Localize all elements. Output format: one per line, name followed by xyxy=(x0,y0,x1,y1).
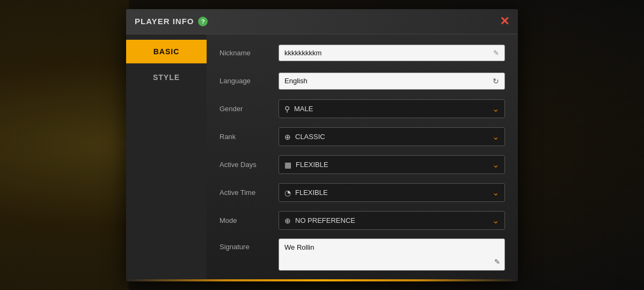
rank-dropdown[interactable]: ⊕ CLASSIC ⌄ xyxy=(279,127,505,146)
help-icon[interactable]: ? xyxy=(198,17,208,26)
nickname-edit-icon[interactable]: ✎ xyxy=(493,49,499,57)
clock-icon: ◔ xyxy=(284,189,291,197)
signature-value: We Rollin xyxy=(284,243,314,251)
mode-control: ⊕ NO PREFERENCE ⌄ xyxy=(279,211,505,230)
gender-row: Gender ⚲ MALE ⌄ xyxy=(219,99,505,119)
active-days-chevron-icon: ⌄ xyxy=(492,160,499,170)
gender-value: MALE xyxy=(294,105,313,113)
gender-label: Gender xyxy=(219,105,279,113)
language-row: Language English ↻ xyxy=(219,71,505,91)
mode-left: ⊕ NO PREFERENCE xyxy=(284,216,355,225)
nickname-label: Nickname xyxy=(219,49,279,57)
language-dropdown[interactable]: English ↻ xyxy=(279,73,505,90)
active-days-dropdown[interactable]: ▦ FLEXIBLE ⌄ xyxy=(279,155,505,174)
content-area: Nickname kkkkkkkkkm ✎ Language English ↻ xyxy=(207,34,518,281)
sidebar-item-basic[interactable]: BASIC xyxy=(126,40,207,63)
signature-row: Signature We Rollin ✎ xyxy=(219,238,505,271)
gender-chevron-icon: ⌄ xyxy=(492,104,499,114)
bg-accent xyxy=(0,0,129,290)
active-time-chevron-icon: ⌄ xyxy=(492,187,499,198)
mode-icon: ⊕ xyxy=(284,216,291,225)
active-days-left: ▦ FLEXIBLE xyxy=(284,161,328,169)
signature-control: We Rollin ✎ xyxy=(279,238,505,271)
language-control: English ↻ xyxy=(279,73,505,90)
gender-control: ⚲ MALE ⌄ xyxy=(279,99,505,118)
rank-label: Rank xyxy=(219,133,279,141)
signature-label: Signature xyxy=(219,238,279,251)
language-refresh-icon[interactable]: ↻ xyxy=(493,77,499,85)
nickname-input[interactable]: kkkkkkkkkm ✎ xyxy=(279,45,505,61)
active-time-dropdown[interactable]: ◔ FLEXIBLE ⌄ xyxy=(279,183,505,202)
active-days-row: Active Days ▦ FLEXIBLE ⌄ xyxy=(219,155,505,175)
mode-dropdown[interactable]: ⊕ NO PREFERENCE ⌄ xyxy=(279,211,505,230)
active-time-label: Active Time xyxy=(219,189,279,197)
language-value: English xyxy=(284,77,308,85)
active-time-left: ◔ FLEXIBLE xyxy=(284,189,328,197)
rank-chevron-icon: ⌄ xyxy=(492,132,499,142)
rank-row: Rank ⊕ CLASSIC ⌄ xyxy=(219,127,505,147)
mode-value: NO PREFERENCE xyxy=(295,216,355,224)
language-label: Language xyxy=(219,77,279,85)
gender-icon: ⚲ xyxy=(284,105,290,113)
nickname-control: kkkkkkkkkm ✎ xyxy=(279,45,505,61)
title-group: PLAYER INFO ? xyxy=(135,17,208,26)
signature-input[interactable]: We Rollin ✎ xyxy=(279,238,505,271)
sidebar: BASIC STYLE xyxy=(126,34,207,281)
rank-left: ⊕ CLASSIC xyxy=(284,133,325,141)
player-info-modal: PLAYER INFO ? ✕ BASIC STYLE Nickname kkk… xyxy=(126,9,518,281)
active-time-row: Active Time ◔ FLEXIBLE ⌄ xyxy=(219,183,505,203)
close-button[interactable]: ✕ xyxy=(500,16,509,27)
active-days-label: Active Days xyxy=(219,161,279,169)
active-days-value: FLEXIBLE xyxy=(296,161,328,169)
active-days-control: ▦ FLEXIBLE ⌄ xyxy=(279,155,505,174)
rank-control: ⊕ CLASSIC ⌄ xyxy=(279,127,505,146)
nickname-value: kkkkkkkkkm xyxy=(284,49,321,57)
gender-left: ⚲ MALE xyxy=(284,105,313,113)
signature-edit-icon[interactable]: ✎ xyxy=(494,258,500,266)
nickname-row: Nickname kkkkkkkkkm ✎ xyxy=(219,43,505,63)
rank-icon: ⊕ xyxy=(284,133,291,141)
mode-chevron-icon: ⌄ xyxy=(492,215,499,226)
active-time-value: FLEXIBLE xyxy=(295,189,328,197)
active-time-control: ◔ FLEXIBLE ⌄ xyxy=(279,183,505,202)
gender-dropdown[interactable]: ⚲ MALE ⌄ xyxy=(279,99,505,118)
sidebar-item-style[interactable]: STYLE xyxy=(126,66,207,89)
modal-title: PLAYER INFO xyxy=(135,17,194,26)
modal-body: BASIC STYLE Nickname kkkkkkkkkm ✎ Lang xyxy=(126,34,518,281)
rank-value: CLASSIC xyxy=(295,133,325,141)
mode-label: Mode xyxy=(219,216,279,224)
calendar-icon: ▦ xyxy=(284,161,291,169)
modal-header: PLAYER INFO ? ✕ xyxy=(126,9,518,34)
mode-row: Mode ⊕ NO PREFERENCE ⌄ xyxy=(219,211,505,231)
